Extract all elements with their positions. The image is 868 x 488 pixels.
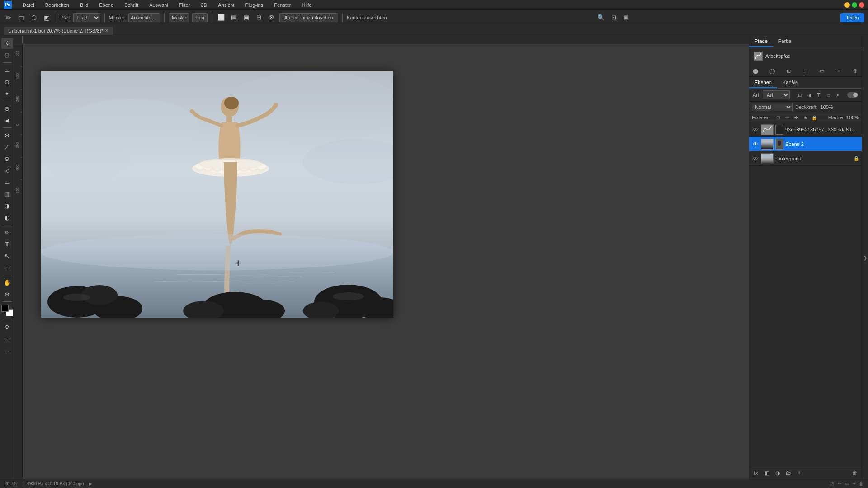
gear-icon[interactable]: ⚙ [267,13,277,23]
add-mask-btn[interactable]: ◧ [763,469,771,477]
quick-select-btn[interactable]: ✦ [1,88,13,99]
distribute-icon[interactable]: ▣ [241,13,251,23]
blend-mode-select[interactable]: Normal [752,103,793,111]
filter-adjustment-icon[interactable]: ◑ [805,91,813,99]
eyedropper-btn[interactable]: ◀ [1,115,13,126]
filter-type-icon[interactable]: T [815,91,823,99]
share-button[interactable]: Teilen [840,13,864,22]
status-tool-icon5[interactable]: 🗑 [859,481,863,486]
status-arrow[interactable]: ▶ [89,481,92,486]
move-tool-btn[interactable] [1,38,13,49]
form-button[interactable]: Pon [192,13,208,22]
zoom-tool-btn[interactable]: ⊕ [1,289,13,300]
menu-plugins[interactable]: Plug-ins [243,1,265,9]
color-swatches[interactable] [1,305,13,316]
clone-stamp-btn[interactable]: ⊕ [1,153,13,164]
close-button[interactable] [859,2,864,8]
lock-transparent-btn[interactable]: ⊡ [774,114,782,121]
maske-button[interactable]: Maske [169,13,189,22]
align-icon[interactable]: ▤ [229,13,239,23]
document-tab[interactable]: Unbenannt-1 bei 20,7% (Ebene 2, RGB/8)* … [4,27,113,35]
layer-group-btn[interactable]: 🗁 [784,469,793,477]
lock-position-btn[interactable]: ✛ [793,114,800,121]
crop-tool-btn[interactable]: ⊕ [1,103,13,114]
layer-visibility-1[interactable]: 👁 [752,141,759,148]
status-tool-icon4[interactable]: + [853,481,855,486]
marker-input[interactable] [128,13,160,22]
lock-artboard-btn[interactable]: ⊕ [802,114,809,121]
menu-ansicht[interactable]: Ansicht [216,1,236,9]
delete-path-icon[interactable]: 🗑 [852,67,859,75]
path-freeform-icon[interactable]: ⬡ [29,13,39,23]
dodge-tool-btn[interactable]: ◐ [1,212,13,223]
marquee-tool-btn[interactable]: ▭ [1,65,13,75]
filter-shape-icon[interactable]: ▭ [824,91,832,99]
load-selection-icon[interactable]: ⊡ [785,67,793,75]
layer-visibility-2[interactable]: 👁 [752,155,759,162]
hand-tool-btn[interactable]: ✋ [1,277,13,288]
menu-schrift[interactable]: Schrift [123,1,140,9]
path-select-icon[interactable]: ✏ [4,13,14,23]
add-mask-paths-icon[interactable]: ▭ [818,67,826,75]
layer-row-0[interactable]: 👁 93db395218b057...330cfda8922cb [749,122,862,137]
path-selection-btn[interactable]: ↖ [1,250,13,261]
tab-kanaele[interactable]: Kanäle [777,77,803,88]
new-layer-btn[interactable]: + [795,469,803,477]
arbeitspfad-item[interactable]: Arbeitspfad [752,50,859,62]
tab-close-btn[interactable]: ✕ [105,28,108,33]
layer-visibility-0[interactable]: 👁 [752,126,759,133]
canvas[interactable]: ✛ [41,71,393,318]
tab-pfade[interactable]: Pfade [749,36,773,47]
menu-ebene[interactable]: Ebene [97,1,115,9]
new-path-icon[interactable]: + [835,67,842,75]
tab-farbe[interactable]: Farbe [773,36,797,47]
make-work-path-icon[interactable]: ◻ [802,67,809,75]
healing-brush-btn[interactable]: ⊗ [1,130,13,141]
menu-fenster[interactable]: Fenster [272,1,292,9]
delete-layer-btn[interactable]: 🗑 [851,469,859,477]
menu-hilfe[interactable]: Hilfe [300,1,313,9]
status-tool-icon3[interactable]: ▭ [845,481,849,486]
extra-tools-btn[interactable]: ··· [1,345,13,356]
shape-icon[interactable]: ⬜ [216,13,226,23]
artboard-tool-btn[interactable]: ⊡ [1,50,13,61]
eraser-tool-btn[interactable]: ▭ [1,177,13,188]
menu-bild[interactable]: Bild [78,1,90,9]
pfad-select[interactable]: Pfad [73,13,100,22]
stroke-path-icon[interactable]: ◯ [769,67,776,75]
pen-tool-btn[interactable]: ✏ [1,227,13,238]
menu-filter[interactable]: Filter [177,1,192,9]
blur-tool-btn[interactable]: ◑ [1,200,13,211]
screen-mode-btn[interactable]: ▭ [1,333,13,344]
layer-row-2[interactable]: 👁 Hintergrund 🔒 [749,151,862,166]
gradient-tool-btn[interactable]: ▦ [1,188,13,199]
lasso-tool-btn[interactable]: ⊙ [1,76,13,87]
brush-tool-btn[interactable]: ∕ [1,141,13,152]
filter-smart-icon[interactable]: ✦ [834,91,842,99]
maximize-button[interactable] [852,2,857,8]
lock-all-btn[interactable]: 🔒 [811,114,818,121]
path-options-icon[interactable]: ◩ [42,13,52,23]
adjustment-layer-btn[interactable]: ◑ [774,469,782,477]
minimize-button[interactable] [844,2,850,8]
autom-button[interactable]: Autom. hinzu./löschen [279,13,338,22]
status-tool-icon1[interactable]: ⊡ [830,481,834,486]
history-brush-btn[interactable]: ◁ [1,165,13,176]
collapse-right-btn[interactable]: ❯ [862,36,868,479]
filter-pixel-icon[interactable]: ⊡ [796,91,804,99]
search-icon[interactable]: 🔍 [596,13,606,23]
shape-tool-btn[interactable]: ▭ [1,262,13,273]
add-layer-style-btn[interactable]: fx [752,469,760,477]
quick-mask-btn[interactable]: ⊙ [1,321,13,332]
filter-toggle[interactable] [847,92,858,98]
tab-ebenen[interactable]: Ebenen [749,77,777,88]
status-tool-icon2[interactable]: ✏ [838,481,841,486]
fullscreen-icon[interactable]: ⊡ [609,13,618,23]
canvas-scroll[interactable]: -600 -400 -200 0 200 400 600 [14,44,749,479]
path-select2-icon[interactable]: ◻ [16,13,26,23]
transform-icon[interactable]: ⊞ [254,13,264,23]
menu-3d[interactable]: 3D [199,1,209,9]
type-tool-btn[interactable]: T [1,239,13,249]
layer-row-1[interactable]: 👁 Ebene 2 [749,137,862,151]
menu-datei[interactable]: Datei [21,1,36,9]
